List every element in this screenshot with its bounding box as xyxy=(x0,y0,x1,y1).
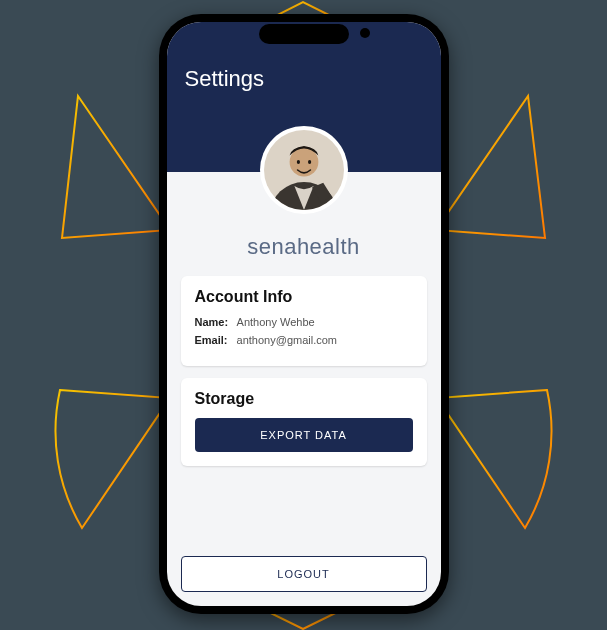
name-label: Name: xyxy=(195,316,229,328)
email-value: anthony@gmail.com xyxy=(237,334,337,346)
front-camera-icon xyxy=(360,28,370,38)
body: senahealth Account Info Name: Anthony We… xyxy=(167,172,441,466)
logout-button[interactable]: LOGOUT xyxy=(181,556,427,592)
svg-point-3 xyxy=(296,160,299,164)
storage-card-title: Storage xyxy=(195,390,413,408)
avatar-container[interactable] xyxy=(260,126,348,214)
name-value: Anthony Wehbe xyxy=(237,316,315,328)
account-card-title: Account Info xyxy=(195,288,413,306)
email-row: Email: anthony@gmail.com xyxy=(195,334,413,346)
phone-frame: Settings senahealth xyxy=(159,14,449,614)
storage-card: Storage EXPORT DATA xyxy=(181,378,427,466)
screen: Settings senahealth xyxy=(167,22,441,606)
avatar xyxy=(264,130,344,210)
notch xyxy=(259,24,349,44)
brand-part2: health xyxy=(297,234,360,259)
page-title: Settings xyxy=(185,66,423,92)
logout-container: LOGOUT xyxy=(181,556,427,592)
brand-logo: senahealth xyxy=(181,234,427,260)
email-label: Email: xyxy=(195,334,228,346)
name-row: Name: Anthony Wehbe xyxy=(195,316,413,328)
brand-part1: sena xyxy=(247,234,297,259)
svg-point-4 xyxy=(308,160,311,164)
export-data-button[interactable]: EXPORT DATA xyxy=(195,418,413,452)
account-info-card: Account Info Name: Anthony Wehbe Email: … xyxy=(181,276,427,366)
